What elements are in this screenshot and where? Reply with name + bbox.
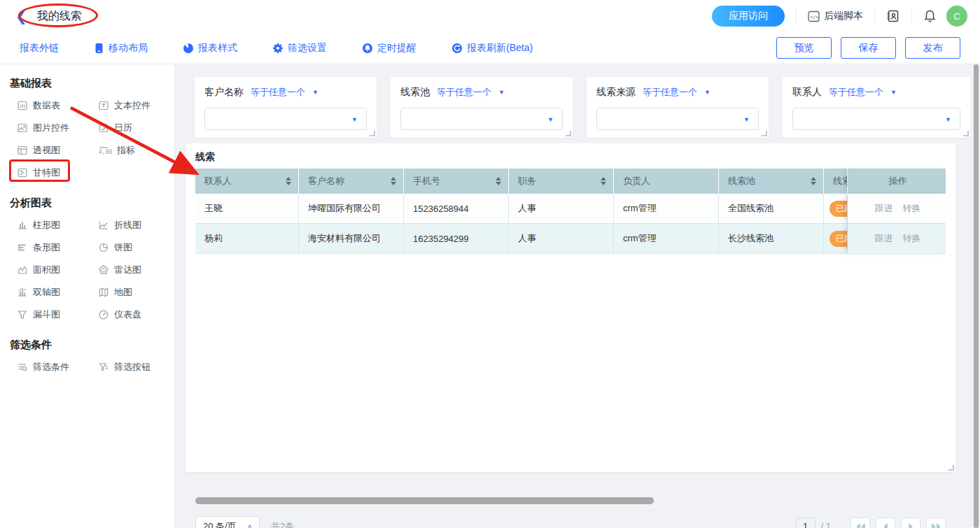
- sidebar-item-funnel-chart[interactable]: 漏斗图: [17, 304, 98, 326]
- sidebar-item-area-chart[interactable]: 面积图: [17, 259, 98, 281]
- toolbar-item-mobile-layout[interactable]: 移动布局: [94, 42, 148, 55]
- caret-down-icon[interactable]: ▼: [312, 89, 318, 96]
- filter-select[interactable]: ▼: [400, 108, 563, 130]
- convert-link[interactable]: 转换: [903, 202, 921, 215]
- column-header[interactable]: 手机号: [404, 169, 509, 194]
- column-header-clipped[interactable]: 线索状态: [824, 169, 848, 194]
- sidebar-item-line-chart[interactable]: 折线图: [98, 214, 179, 236]
- operator-link[interactable]: 等于任意一个: [829, 86, 883, 99]
- sidebar-item-radar-chart[interactable]: 雷达图: [98, 259, 179, 281]
- publish-button[interactable]: 发布: [905, 37, 960, 59]
- table-row[interactable]: 王晓 坤曜国际有限公司 15236258944 人事 crm管理 全国线索池 已…: [195, 194, 946, 224]
- status-badge: 已跟: [830, 231, 848, 247]
- sidebar-item-gauge-chart[interactable]: 仪表盘: [98, 304, 179, 326]
- cell-customer: 海安材料有限公司: [299, 224, 404, 254]
- resize-handle[interactable]: [948, 465, 954, 471]
- filter-select[interactable]: ▼: [792, 108, 960, 130]
- caret-down-icon[interactable]: ▼: [704, 89, 710, 96]
- column-header[interactable]: 客户名称: [299, 169, 404, 194]
- vertical-scrollbar-thumb[interactable]: [974, 64, 979, 528]
- current-page-input[interactable]: 1: [796, 518, 816, 528]
- sidebar-item-dual-axis-chart[interactable]: 双轴图: [17, 281, 98, 304]
- sort-icon[interactable]: [811, 177, 816, 185]
- resize-handle[interactable]: [370, 131, 375, 136]
- sidebar-item-data-table[interactable]: 数据表: [17, 94, 98, 117]
- horizontal-scrollbar-thumb[interactable]: [195, 497, 654, 504]
- bell-icon[interactable]: [923, 9, 937, 23]
- toolbar-item-filter-settings[interactable]: 筛选设置: [272, 42, 327, 55]
- sidebar-item-map-chart[interactable]: 地图: [98, 281, 179, 304]
- user-avatar[interactable]: C: [946, 6, 967, 27]
- column-chart-icon: [17, 220, 28, 231]
- table-header-row: 联系人 客户名称 手机号 职务 负责人: [195, 169, 946, 194]
- caret-down-icon[interactable]: ▼: [498, 89, 505, 96]
- preview-button[interactable]: 预览: [776, 37, 832, 59]
- convert-link[interactable]: 转换: [903, 232, 921, 245]
- sidebar-item-text-widget[interactable]: 文本控件: [98, 94, 179, 117]
- sidebar-item-image-widget[interactable]: 图片控件: [17, 117, 98, 139]
- area-chart-icon: [17, 264, 28, 276]
- sidebar-item-calendar[interactable]: 日历: [98, 117, 179, 139]
- follow-up-link[interactable]: 跟进: [875, 232, 893, 245]
- filter-widget-lead-source[interactable]: 线索来源 等于任意一个 ▼ ▼: [587, 77, 769, 138]
- filter-widget-customer-name[interactable]: 客户名称 等于任意一个 ▼ ▼: [195, 77, 377, 138]
- filter-widget-lead-pool[interactable]: 线索池 等于任意一个 ▼ ▼: [391, 77, 573, 138]
- resize-handle[interactable]: [566, 131, 571, 136]
- sort-icon[interactable]: [496, 177, 501, 185]
- sort-icon[interactable]: [601, 177, 606, 185]
- contacts-icon[interactable]: [886, 9, 900, 23]
- operator-link[interactable]: 等于任意一个: [251, 86, 305, 99]
- last-page-button[interactable]: [926, 518, 946, 528]
- operator-link[interactable]: 等于任意一个: [437, 86, 491, 99]
- filter-select[interactable]: ▼: [596, 108, 759, 130]
- column-header[interactable]: 联系人: [195, 169, 299, 194]
- back-icon[interactable]: ❮: [15, 8, 27, 24]
- sidebar-item-gantt[interactable]: 甘特图: [17, 162, 98, 184]
- sidebar-item-filter-condition[interactable]: 筛选条件: [17, 356, 98, 378]
- column-header[interactable]: 线索池: [719, 169, 824, 194]
- sidebar-item-pie-chart[interactable]: 饼图: [98, 236, 179, 259]
- sidebar-item-bar-chart[interactable]: 条形图: [17, 236, 98, 259]
- follow-up-link[interactable]: 跟进: [875, 202, 893, 215]
- column-header[interactable]: 职务: [509, 169, 614, 194]
- resize-handle[interactable]: [762, 131, 767, 136]
- cell-contact: 王晓: [195, 194, 299, 224]
- funnel-chart-icon: [17, 309, 28, 320]
- leads-table: 联系人 客户名称 手机号 职务 负责人: [195, 169, 946, 254]
- sidebar-item-pivot[interactable]: 透视图: [17, 139, 98, 162]
- sort-icon[interactable]: [286, 177, 291, 185]
- toolbar-item-report-style[interactable]: 报表样式: [183, 42, 237, 55]
- filter-condition-icon: [17, 362, 28, 373]
- horizontal-scrollbar[interactable]: [195, 497, 946, 504]
- resize-handle[interactable]: [963, 131, 969, 136]
- table-row[interactable]: 杨莉 海安材料有限公司 16235294299 人事 crm管理 长沙线索池 已…: [195, 224, 946, 254]
- cell-owner: crm管理: [614, 194, 719, 224]
- cell-contact: 杨莉: [195, 224, 299, 254]
- backend-script-button[interactable]: </> 后端脚本: [808, 10, 863, 22]
- app-access-button[interactable]: 应用访问: [712, 6, 785, 27]
- top-header: ❮ 我的线索 应用访问 </> 后端脚本 C: [0, 0, 980, 32]
- operator-link[interactable]: 等于任意一个: [643, 86, 697, 99]
- filter-widget-contact[interactable]: 联系人 等于任意一个 ▼ ▼: [783, 77, 970, 138]
- sidebar-item-filter-button[interactable]: 筛选按钮: [98, 356, 179, 378]
- page-size-select[interactable]: 20 条/页 ˄︎: [195, 516, 260, 528]
- filter-select[interactable]: ▼: [204, 108, 367, 130]
- sort-icon[interactable]: [391, 177, 396, 185]
- first-page-button[interactable]: [850, 518, 870, 528]
- column-header-actions: 操作: [848, 169, 946, 194]
- table-title: 线索: [195, 151, 215, 164]
- toolbar-item-report-link[interactable]: 报表外链: [20, 42, 59, 55]
- prev-page-button[interactable]: [876, 518, 895, 528]
- vertical-scrollbar[interactable]: [973, 64, 979, 528]
- caret-down-icon[interactable]: ▼: [890, 89, 897, 96]
- cell-status: 已跟: [824, 194, 848, 224]
- column-header[interactable]: 负责人: [614, 169, 719, 194]
- next-page-button[interactable]: [901, 518, 920, 528]
- sidebar-item-indicator[interactable]: 4,80 指标: [98, 139, 179, 162]
- sidebar-item-column-chart[interactable]: 柱形图: [17, 214, 98, 236]
- toolbar-item-report-refresh[interactable]: 报表刷新(Beta): [451, 42, 533, 55]
- save-button[interactable]: 保存: [841, 37, 896, 59]
- total-count-label: 共2条: [271, 520, 294, 528]
- toolbar-item-timed-reminder[interactable]: 定时提醒: [362, 42, 416, 55]
- filter-settings-icon: [272, 43, 284, 54]
